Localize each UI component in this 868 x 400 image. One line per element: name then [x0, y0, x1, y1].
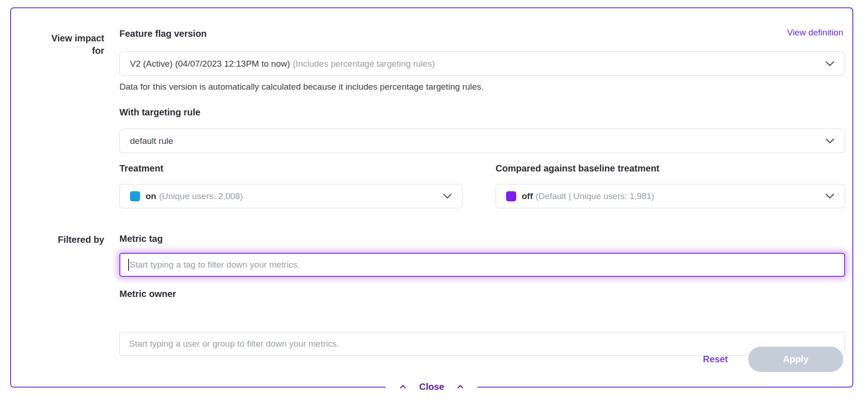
version-helper-text: Data for this version is automatically c… [119, 82, 484, 92]
metric-tag-input[interactable] [119, 253, 845, 277]
feature-flag-version-label: Feature flag version [119, 29, 207, 39]
view-impact-panel: View impact for Filtered by View definit… [10, 7, 853, 388]
close-label: Close [419, 382, 444, 392]
baseline-color-swatch [506, 191, 516, 201]
chevron-down-icon [443, 193, 452, 199]
targeting-rule-label: With targeting rule [119, 107, 200, 118]
feature-flag-version-select[interactable]: V2 (Active) (04/07/2023 12:13PM to now) … [119, 51, 845, 76]
chevron-down-icon [825, 138, 834, 144]
baseline-treatment-select[interactable]: off (Default | Unique users: 1,981) [496, 184, 845, 208]
chevron-down-icon [825, 193, 834, 199]
chevron-down-icon [825, 61, 834, 67]
feature-flag-version-value: V2 (Active) (04/07/2023 12:13PM to now) [130, 59, 290, 69]
chevron-up-icon [457, 384, 464, 389]
filtered-by-label: Filtered by [44, 234, 104, 246]
metric-owner-label: Metric owner [119, 289, 176, 299]
targeting-rule-value: default rule [130, 136, 173, 146]
treatment-label: Treatment [119, 163, 163, 174]
baseline-treatment-label: Compared against baseline treatment [496, 163, 659, 174]
targeting-rule-select[interactable]: default rule [119, 129, 845, 153]
view-impact-for-label: View impact for [44, 32, 104, 57]
view-definition-link[interactable]: View definition [787, 28, 843, 38]
baseline-value: off [522, 191, 533, 201]
treatment-value: on [146, 191, 156, 201]
chevron-up-icon [400, 384, 406, 389]
baseline-note: (Default | Unique users: 1,981) [535, 191, 654, 201]
treatment-select[interactable]: on (Unique users: 2,008) [119, 184, 462, 208]
close-button[interactable]: Close [386, 379, 478, 394]
treatment-note: (Unique users: 2,008) [159, 191, 243, 201]
apply-button[interactable]: Apply [748, 347, 843, 372]
feature-flag-version-note: (Includes percentage targeting rules) [293, 59, 435, 69]
action-bar: Reset Apply [703, 347, 843, 372]
reset-button[interactable]: Reset [703, 354, 728, 365]
treatment-color-swatch [130, 191, 140, 201]
metric-tag-input-wrap [119, 253, 845, 277]
text-caret [128, 259, 129, 271]
metric-tag-label: Metric tag [119, 234, 163, 244]
